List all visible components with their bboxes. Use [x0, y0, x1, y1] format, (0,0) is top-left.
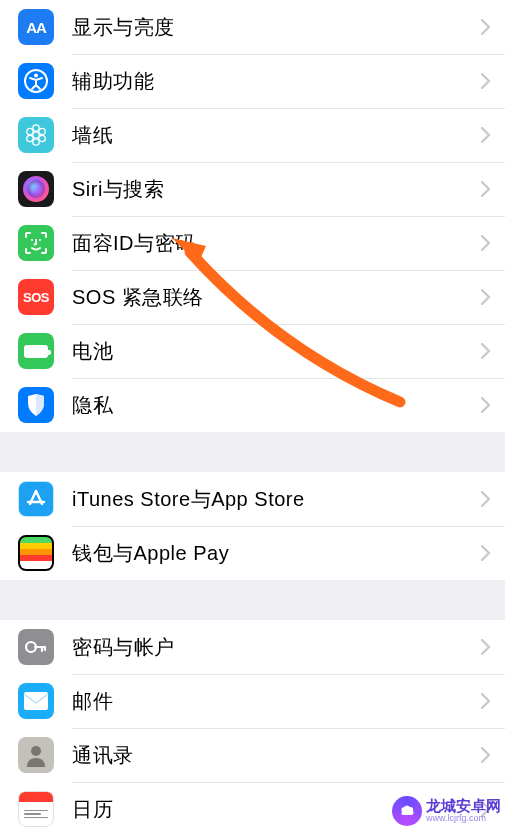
- chevron-right-icon: [481, 545, 491, 561]
- battery-icon: [18, 333, 54, 369]
- chevron-right-icon: [481, 73, 491, 89]
- chevron-right-icon: [481, 343, 491, 359]
- group-separator: [0, 580, 505, 620]
- row-label: Siri与搜索: [72, 176, 481, 203]
- mail-icon: [18, 683, 54, 719]
- row-label: 墙纸: [72, 122, 481, 149]
- row-label: 面容ID与密码: [72, 230, 481, 257]
- contacts-icon: [18, 737, 54, 773]
- privacy-icon: [18, 387, 54, 423]
- chevron-right-icon: [481, 181, 491, 197]
- sos-glyph: SOS: [23, 290, 49, 305]
- svg-point-1: [34, 74, 38, 78]
- row-label: 通讯录: [72, 742, 481, 769]
- key-icon: [18, 629, 54, 665]
- svg-point-5: [39, 135, 45, 141]
- row-battery[interactable]: 电池: [0, 324, 505, 378]
- chevron-right-icon: [481, 639, 491, 655]
- row-wallet-applepay[interactable]: 钱包与Apple Pay: [0, 526, 505, 580]
- row-siri-search[interactable]: Siri与搜索: [0, 162, 505, 216]
- aa-glyph: AA: [26, 19, 46, 36]
- display-brightness-icon: AA: [18, 9, 54, 45]
- siri-icon: [18, 171, 54, 207]
- settings-group-2: iTunes Store与App Store 钱包与Apple Pay: [0, 472, 505, 580]
- appstore-icon: [18, 481, 54, 517]
- row-label: iTunes Store与App Store: [72, 486, 481, 513]
- watermark-logo-icon: [392, 796, 422, 826]
- svg-rect-12: [24, 692, 48, 710]
- watermark: 龙城安卓网 www.lcjrfg.com: [392, 796, 501, 826]
- row-label: 隐私: [72, 392, 481, 419]
- watermark-title: 龙城安卓网: [426, 798, 501, 815]
- row-passwords-accounts[interactable]: 密码与帐户: [0, 620, 505, 674]
- wallpaper-icon: [18, 117, 54, 153]
- row-contacts[interactable]: 通讯录: [0, 728, 505, 782]
- chevron-right-icon: [481, 491, 491, 507]
- row-sos[interactable]: SOS SOS 紧急联络: [0, 270, 505, 324]
- svg-point-9: [31, 239, 33, 241]
- chevron-right-icon: [481, 127, 491, 143]
- row-label: SOS 紧急联络: [72, 284, 481, 311]
- row-mail[interactable]: 邮件: [0, 674, 505, 728]
- row-accessibility[interactable]: 辅助功能: [0, 54, 505, 108]
- svg-point-2: [33, 132, 39, 138]
- wallet-icon: [18, 535, 54, 571]
- row-privacy[interactable]: 隐私: [0, 378, 505, 432]
- chevron-right-icon: [481, 235, 491, 251]
- row-itunes-appstore[interactable]: iTunes Store与App Store: [0, 472, 505, 526]
- row-label: 辅助功能: [72, 68, 481, 95]
- svg-point-10: [39, 239, 41, 241]
- row-display-brightness[interactable]: AA 显示与亮度: [0, 0, 505, 54]
- row-faceid-passcode[interactable]: 面容ID与密码: [0, 216, 505, 270]
- calendar-icon: [18, 791, 54, 827]
- accessibility-icon: [18, 63, 54, 99]
- chevron-right-icon: [481, 693, 491, 709]
- settings-group-1: AA 显示与亮度 辅助功能 墙纸 Siri与搜索: [0, 0, 505, 432]
- row-label: 钱包与Apple Pay: [72, 540, 481, 567]
- chevron-right-icon: [481, 397, 491, 413]
- chevron-right-icon: [481, 289, 491, 305]
- row-wallpaper[interactable]: 墙纸: [0, 108, 505, 162]
- row-label: 电池: [72, 338, 481, 365]
- svg-point-3: [33, 125, 39, 131]
- svg-point-7: [27, 135, 33, 141]
- settings-list: AA 显示与亮度 辅助功能 墙纸 Siri与搜索: [0, 0, 505, 828]
- chevron-right-icon: [481, 747, 491, 763]
- svg-point-6: [33, 139, 39, 145]
- sos-icon: SOS: [18, 279, 54, 315]
- row-label: 邮件: [72, 688, 481, 715]
- chevron-right-icon: [481, 19, 491, 35]
- row-label: 密码与帐户: [72, 634, 481, 661]
- watermark-url: www.lcjrfg.com: [426, 814, 501, 824]
- svg-point-8: [27, 128, 33, 134]
- row-label: 显示与亮度: [72, 14, 481, 41]
- svg-point-4: [39, 128, 45, 134]
- group-separator: [0, 432, 505, 472]
- faceid-icon: [18, 225, 54, 261]
- svg-point-13: [31, 746, 41, 756]
